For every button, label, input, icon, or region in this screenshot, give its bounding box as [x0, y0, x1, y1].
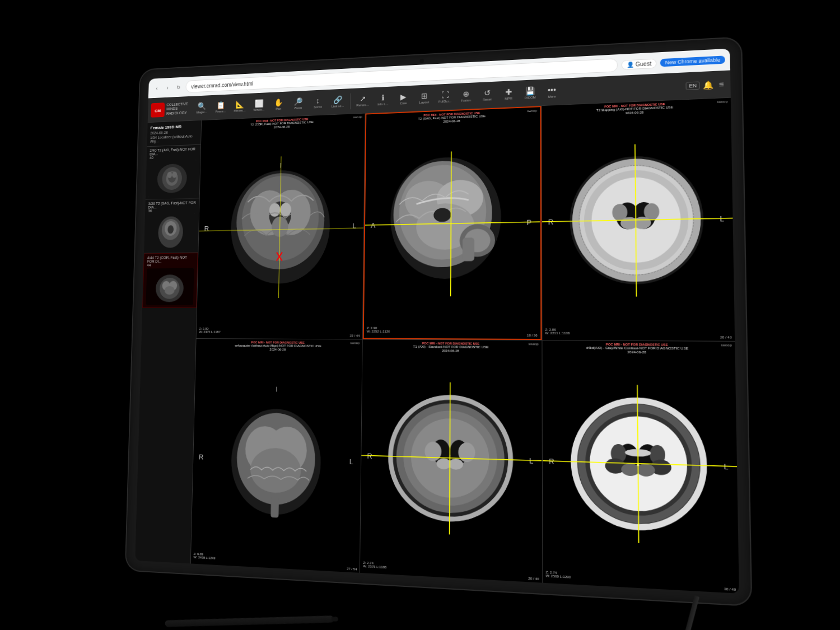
panel1-footer: Z: 3.00 W: 2375 L:1187 22 / 44 [197, 325, 363, 338]
tool-fusion[interactable]: ⊕ Fusion [456, 88, 476, 104]
tool-layout[interactable]: ⊞ Layout [414, 90, 434, 105]
tool-more[interactable]: ••• More [542, 83, 562, 99]
patient-name: Female 199D MR [150, 123, 198, 130]
tool-magnify[interactable]: 🔍 Magni... [193, 100, 211, 115]
medical-viewer: CM COLLECTIVE MINDS RADIOLOGY 🔍 Magni... [135, 70, 739, 593]
reload-button[interactable]: ↻ [174, 82, 183, 91]
chrome-update-button[interactable]: New Chrome available [660, 55, 725, 67]
image-panel-2[interactable]: POC MRI - NOT FOR DIAGNOSTIC USE T2 (SAG… [363, 106, 542, 339]
cine-icon: ▶ [400, 92, 407, 101]
svg-rect-46 [463, 237, 474, 261]
tool-cine[interactable]: ▶ Cine [394, 91, 413, 106]
image-panel-3[interactable]: POC MRI - NOT FOR DIAGNOSTIC USE T2 Mapp… [542, 97, 735, 340]
url-text: viewer.cmrad.com/view.html [191, 80, 253, 89]
panel3-slice: 20 / 40 [545, 334, 731, 339]
measure-icon: 📐 [236, 100, 245, 109]
panel1-scan: R L I [197, 113, 365, 338]
guest-label: 👤 Guest [627, 60, 651, 67]
tool-scroll[interactable]: ↕ Scroll [309, 95, 328, 110]
menu-button[interactable]: ≡ [716, 78, 727, 89]
tool-reference[interactable]: ↗ Refere... [353, 92, 372, 108]
main-content: Female 199D MR 2024-06-28 1/54 Localizer… [135, 97, 739, 593]
toolbar-divider-1 [350, 93, 351, 109]
reset-icon: ↺ [484, 88, 491, 97]
tool-window[interactable]: ⬜ Windo... [250, 97, 268, 113]
panel6-scan: R L [542, 340, 739, 593]
zoom-icon: 🔎 [293, 97, 302, 106]
svg-text:L: L [349, 457, 353, 465]
back-button[interactable]: ‹ [152, 83, 161, 92]
window-icon: ⬜ [255, 99, 264, 108]
panel3-usertag: swoop [717, 100, 727, 104]
tool-reset[interactable]: ↺ Reset [477, 87, 497, 102]
fullscreen-icon: ⛶ [441, 90, 449, 99]
tool-info[interactable]: ℹ Info L... [373, 92, 393, 107]
layout-icon: ⊞ [421, 91, 427, 100]
tool-dicom[interactable]: 💾 DICOM [520, 85, 540, 100]
notifications-button[interactable]: 🔔 [702, 79, 713, 90]
image-panel-6[interactable]: POC MRI - NOT FOR DIAGNOSTIC USE d4kd(AX… [542, 340, 739, 593]
panel2-scan: A P [364, 107, 540, 338]
more-icon: ••• [548, 85, 556, 95]
svg-text:I: I [276, 385, 278, 393]
panel5-scan: R L [360, 339, 542, 583]
tool-measure[interactable]: 📐 Measu... [231, 99, 249, 114]
tool-pan[interactable]: ✋ Pan [269, 96, 288, 111]
tool-fullscreen[interactable]: ⛶ FullScr... [435, 88, 455, 104]
tool-link[interactable]: 🔗 Link sc... [328, 94, 347, 109]
pan-icon: ✋ [274, 98, 283, 107]
scroll-icon: ↕ [316, 96, 320, 105]
tool-preset[interactable]: 📋 Prese... [212, 99, 230, 114]
study-label: 1/54 Localizer (without Auto Alig... [150, 134, 198, 143]
panel5-header: POC MRI - NOT FOR DIAGNOSTIC USE T1 (AXI… [363, 339, 542, 354]
link-icon: 🔗 [333, 95, 342, 104]
sidebar: Female 199D MR 2024-06-28 1/54 Localizer… [135, 120, 202, 563]
panel2-footer: Z: 2.90 W: 2252 L:1126 18 / 36 [364, 324, 540, 338]
image-panel-5[interactable]: POC MRI - NOT FOR DIAGNOSTIC USE T1 (AXI… [360, 339, 542, 583]
panel6-usertag: swoop [721, 343, 732, 347]
sidebar-item-2[interactable]: 3/36 T2 (SAG, Fast)-NOT FOR DIA... 36 [144, 198, 199, 253]
guest-button[interactable]: 👤 Guest [622, 58, 657, 69]
mpr-icon: ✚ [505, 87, 512, 96]
stylus [165, 615, 334, 627]
fusion-icon: ⊕ [463, 89, 469, 98]
panel2-slice: 18 / 36 [367, 333, 538, 337]
toolbar-right: EN 🔔 ≡ [686, 78, 727, 91]
sidebar-thumb-3 [146, 268, 194, 305]
camera-notch [419, 58, 424, 63]
language-button[interactable]: EN [686, 81, 700, 89]
panel4-scan: R L I [191, 338, 362, 572]
sidebar-thumb-1 [148, 159, 196, 197]
panel3-scan: R L [542, 97, 735, 340]
sidebar-thumb-2 [147, 213, 195, 250]
panel2-usertag: swoop [527, 109, 537, 113]
tablet-screen: ‹ › ↻ viewer.cmrad.com/view.html 👤 Guest… [135, 48, 739, 593]
patient-info: Female 199D MR 2024-06-28 1/54 Localizer… [147, 120, 201, 147]
panel1-usertag: swoop [353, 115, 362, 118]
tool-zoom[interactable]: 🔎 Zoom [288, 96, 307, 111]
panel6-header: POC MRI - NOT FOR DIAGNOSTIC USE d4kd(AX… [542, 340, 735, 356]
browser-right-controls: 👤 Guest New Chrome available [622, 54, 725, 69]
reference-icon: ↗ [360, 94, 366, 103]
image-panel-4[interactable]: POC MRI - NOT FOR DIAGNOSTIC USE wrkspat… [191, 338, 362, 572]
tablet-device: ‹ › ↻ viewer.cmrad.com/view.html 👤 Guest… [126, 38, 751, 605]
panel1-slice: 22 / 44 [199, 333, 360, 337]
sidebar-item-1[interactable]: 2/40 T2 (AXI, Fast)-NOT FOR DIA... 40 [146, 144, 200, 199]
forward-button[interactable]: › [163, 82, 172, 92]
svg-rect-76 [270, 496, 279, 517]
image-panel-1[interactable]: POC MRI - NOT FOR DIAGNOSTIC USE T2 (COR… [197, 113, 365, 338]
svg-text:R: R [199, 452, 204, 461]
browser-nav-buttons: ‹ › ↻ [152, 82, 183, 92]
panel5-usertag: swoop [529, 342, 539, 345]
sidebar-item-3[interactable]: 4/44 T2 (COR, Fast)-NOT FOR DI... 44 [142, 253, 198, 308]
panel4-usertag: swoop [350, 340, 360, 344]
tool-mpr[interactable]: ✚ MPR [498, 86, 519, 101]
chrome-update-label: New Chrome available [665, 57, 720, 65]
preset-icon: 📋 [216, 100, 225, 109]
logo-text: COLLECTIVE MINDS RADIOLOGY [166, 102, 188, 116]
panel3-footer: Z: 2.86 W: 2211 L:1106 20 / 40 [542, 325, 735, 340]
panel4-header: POC MRI - NOT FOR DIAGNOSTIC USE wrkspat… [196, 338, 362, 353]
logo-area: CM COLLECTIVE MINDS RADIOLOGY [151, 101, 188, 117]
magnify-icon: 🔍 [198, 101, 206, 110]
dicom-icon: 💾 [525, 86, 535, 96]
